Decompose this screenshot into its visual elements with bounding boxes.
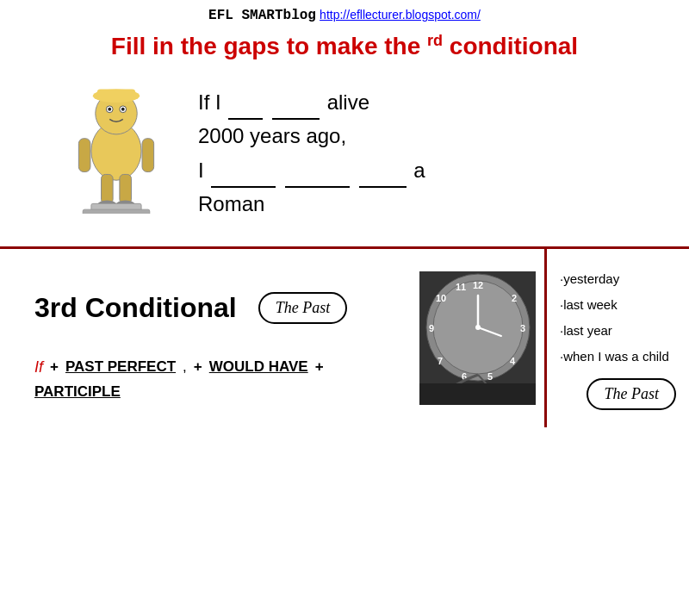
- svg-point-6: [108, 108, 111, 111]
- formula-term3: PARTICIPLE: [34, 383, 121, 401]
- main-title-text: Fill in the gaps to make the: [111, 33, 420, 59]
- top-content: If I alive 2000 years ago, I a Roman: [0, 67, 689, 229]
- svg-rect-11: [120, 175, 132, 204]
- line2-text: 2000 years ago,: [198, 124, 346, 147]
- robot-icon: [60, 76, 172, 214]
- formula-term2: WOULD HAVE: [209, 358, 308, 376]
- svg-text:10: 10: [436, 293, 446, 303]
- conditional-title: 3rd Conditional: [34, 292, 237, 324]
- svg-rect-32: [419, 383, 536, 405]
- svg-point-31: [475, 325, 481, 330]
- line1-if: If I: [198, 90, 227, 114]
- past-badge-right: The Past: [587, 378, 676, 410]
- blank-2: [272, 84, 320, 119]
- line3-i: I: [198, 159, 209, 182]
- svg-text:7: 7: [438, 356, 443, 366]
- svg-text:4: 4: [510, 356, 516, 366]
- svg-text:3: 3: [520, 323, 525, 333]
- clock-spiral-icon: 12 2 3 4 5 6 7 9 10 11: [419, 271, 536, 405]
- formula-plus2: +: [194, 358, 202, 376]
- svg-rect-9: [142, 139, 154, 172]
- svg-rect-10: [102, 175, 114, 204]
- svg-text:2: 2: [512, 293, 517, 303]
- robot-figure: [52, 76, 181, 214]
- sentence-line2: 2000 years ago,: [198, 120, 655, 152]
- main-title: Fill in the gaps to make the rd conditio…: [0, 27, 689, 67]
- line1-alive: alive: [327, 90, 369, 114]
- bottom-section: 3rd Conditional The Past If + PAST PERFE…: [0, 249, 689, 427]
- conditional-row: 3rd Conditional The Past: [34, 292, 394, 324]
- site-url[interactable]: http://efllecturer.blogspot.com/: [320, 8, 481, 22]
- svg-point-7: [121, 108, 125, 111]
- svg-text:9: 9: [429, 323, 434, 333]
- bottom-middle: 12 2 3 4 5 6 7 9 10 11: [411, 249, 544, 427]
- sentence-area: If I alive 2000 years ago, I a Roman: [198, 76, 655, 221]
- time-item-1: ·yesterday: [560, 266, 676, 292]
- time-list: ·yesterday ·last week ·last year ·when I…: [560, 266, 676, 370]
- formula-plus3: +: [315, 358, 324, 376]
- bottom-right: ·yesterday ·last week ·last year ·when I…: [547, 249, 689, 427]
- superscript-3: rd: [427, 32, 443, 49]
- time-item-4: ·when I was a child: [560, 344, 676, 370]
- time-item-3: ·last year: [560, 318, 676, 344]
- formula-plus1: +: [50, 358, 59, 376]
- sentence-line3: I a: [198, 152, 655, 187]
- line4-text: Roman: [198, 192, 264, 215]
- main-title-conditional: conditional: [450, 33, 578, 59]
- formula-comma: ,: [183, 358, 187, 376]
- formula-term1: PAST PERFECT: [65, 358, 176, 376]
- line3-a: a: [413, 159, 425, 182]
- blank-5: [359, 152, 407, 187]
- svg-text:5: 5: [487, 371, 493, 382]
- svg-text:11: 11: [456, 282, 466, 292]
- blank-3: [211, 152, 276, 187]
- svg-text:12: 12: [473, 280, 483, 290]
- svg-rect-3: [97, 90, 136, 98]
- header: EFL SMARTblog http://efllecturer.blogspo…: [0, 0, 689, 27]
- formula-if: If: [34, 358, 43, 376]
- blank-1: [228, 84, 263, 119]
- sentence-line1: If I alive: [198, 84, 655, 119]
- blank-4: [285, 152, 350, 187]
- bottom-left: 3rd Conditional The Past If + PAST PERFE…: [0, 249, 411, 427]
- formula-row: If + PAST PERFECT , + WOULD HAVE + PARTI…: [34, 358, 394, 414]
- time-item-2: ·last week: [560, 292, 676, 318]
- svg-rect-8: [78, 139, 90, 172]
- site-name: EFL SMARTblog: [208, 8, 316, 23]
- past-badge-left: The Past: [258, 292, 348, 324]
- sentence-line4: Roman: [198, 188, 655, 221]
- svg-rect-15: [83, 209, 150, 214]
